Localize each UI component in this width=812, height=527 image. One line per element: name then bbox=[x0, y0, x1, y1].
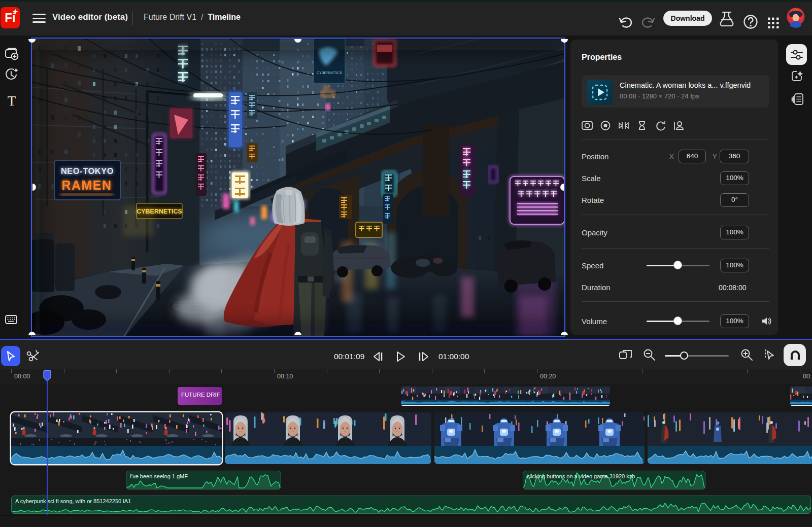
svg-text:RAMEN: RAMEN bbox=[61, 178, 112, 192]
svg-text:NEO-TOKYO: NEO-TOKYO bbox=[61, 166, 114, 175]
svg-text:CYBERNETICS: CYBERNETICS bbox=[317, 71, 342, 75]
